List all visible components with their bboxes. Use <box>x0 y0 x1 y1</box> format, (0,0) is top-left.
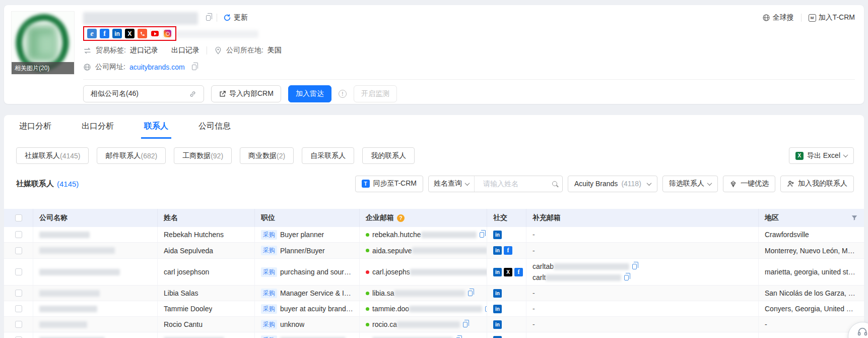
copy-icon[interactable] <box>468 291 473 296</box>
global-search-label: 全球搜 <box>773 13 794 22</box>
filter-contacts-dropdown[interactable]: 筛选联系人 <box>662 176 718 192</box>
redacted-text <box>409 306 482 312</box>
linkedin-icon[interactable]: in <box>112 29 122 38</box>
subtab-3[interactable]: 商业数据(2) <box>240 147 294 164</box>
email-prefix: libia.sa <box>372 289 394 297</box>
company-name-redacted-2 <box>175 30 258 38</box>
subtab-2[interactable]: 工商数据(92) <box>174 147 232 164</box>
filter-funnel-icon[interactable] <box>851 214 858 221</box>
chevron-down-icon <box>465 181 470 186</box>
subtab-1[interactable]: 邮件联系人(682) <box>97 147 166 164</box>
column-header-label: 公司名称 <box>39 213 68 222</box>
location-label: 公司所在地: <box>226 46 263 55</box>
row-checkbox[interactable] <box>15 321 22 328</box>
redacted-text <box>39 290 100 297</box>
tab-公司信息[interactable]: 公司信息 <box>195 115 234 139</box>
company-logo[interactable]: 相关图片(20) <box>11 11 75 75</box>
join-tcrm-label: 加入T-CRM <box>819 13 855 22</box>
add-to-my-contacts-button[interactable]: 加入我的联系人 <box>780 176 854 192</box>
position-text: Manager Service & Invent... <box>280 289 353 297</box>
global-search-icon <box>762 14 770 22</box>
email-status-dot <box>366 292 369 295</box>
row-checkbox[interactable] <box>15 268 22 275</box>
linkedin-icon[interactable]: in <box>493 320 502 329</box>
chevron-down-icon <box>707 181 712 186</box>
help-question-icon[interactable]: ? <box>397 214 405 222</box>
trade-tag-0[interactable]: 进口记录 <box>130 46 158 55</box>
cell-social: in <box>487 332 526 338</box>
procurement-tag: 采购 <box>261 267 277 277</box>
search-icon[interactable] <box>552 181 557 186</box>
export-excel-button[interactable]: X 导出 Excel <box>789 147 854 164</box>
contact-name: Rebekah Hutchens <box>164 231 224 239</box>
subtab-label: 邮件联系人 <box>105 151 141 160</box>
cell-position: 采购Manager Service & Invent... <box>255 286 360 301</box>
filter-contacts-label: 筛选联系人 <box>669 179 704 188</box>
trade-tag-1[interactable]: 出口记录 <box>171 46 199 55</box>
row-checkbox[interactable] <box>15 231 22 238</box>
start-monitor-button[interactable]: 开启监测 <box>354 85 397 102</box>
website-icon[interactable]: e <box>87 29 97 38</box>
tab-出口分析[interactable]: 出口分析 <box>79 115 117 139</box>
section-title-text: 社媒联系人 <box>16 179 54 189</box>
info-icon[interactable]: ! <box>339 90 347 98</box>
copy-icon[interactable] <box>624 275 629 280</box>
contact-name: Tammie Dooley <box>164 305 212 313</box>
email-status-dot <box>366 307 369 311</box>
logo-artwork <box>38 34 56 56</box>
facebook-icon[interactable]: f <box>100 29 109 38</box>
website-label: 公司网址: <box>95 63 125 72</box>
linkedin-icon[interactable]: in <box>493 246 502 255</box>
facebook-icon[interactable]: f <box>514 268 523 276</box>
copy-icon[interactable] <box>463 322 468 327</box>
x-icon[interactable]: X <box>504 268 512 276</box>
select-all-checkbox[interactable] <box>15 214 22 221</box>
related-images-label[interactable]: 相关图片(20) <box>12 62 74 74</box>
copy-icon[interactable] <box>632 264 637 269</box>
name-search-group: 姓名查询 <box>428 176 563 192</box>
email-status-dot <box>366 270 369 274</box>
sync-tcrm-button[interactable]: T 同步至T-CRM <box>355 176 423 192</box>
cell-company <box>33 259 158 285</box>
linkedin-icon[interactable]: in <box>493 305 502 313</box>
copy-website-icon[interactable] <box>192 65 196 70</box>
instagram-icon[interactable] <box>163 29 172 38</box>
tab-联系人[interactable]: 联系人 <box>141 115 171 139</box>
name-query-dropdown[interactable]: 姓名查询 <box>429 176 475 192</box>
redacted-text <box>554 263 629 270</box>
youtube-icon[interactable] <box>150 29 160 38</box>
join-tcrm-button[interactable]: M 加入T-CRM <box>809 13 855 22</box>
update-button[interactable]: 更新 <box>223 13 248 22</box>
subtab-4[interactable]: 自采联系人 <box>302 147 354 164</box>
row-checkbox[interactable] <box>15 247 22 254</box>
cell-social: in <box>487 286 526 301</box>
x-icon[interactable]: X <box>125 29 135 38</box>
copy-icon[interactable] <box>480 232 484 238</box>
similar-companies-button[interactable]: 相似公司名(46) <box>83 85 204 102</box>
subtab-0[interactable]: 社媒联系人(4145) <box>16 147 89 164</box>
redacted-text <box>39 269 120 275</box>
copy-company-name-icon[interactable] <box>206 15 211 21</box>
row-checkbox[interactable] <box>15 290 22 297</box>
email-prefix: carl.josephs <box>372 268 410 276</box>
linkedin-icon[interactable]: in <box>493 268 502 276</box>
add-radar-button[interactable]: 加入雷达 <box>288 85 331 102</box>
company-filter-select[interactable]: Acuity Brands (4118) <box>568 176 657 192</box>
one-click-select-button[interactable]: 一键优选 <box>723 176 775 192</box>
cell-extra-email: carltabcarlt <box>526 259 759 285</box>
column-header-label: 地区 <box>765 213 779 222</box>
tab-进口分析[interactable]: 进口分析 <box>16 115 54 139</box>
facebook-icon[interactable]: f <box>504 246 512 255</box>
linkedin-icon[interactable]: in <box>493 336 502 338</box>
position-text: Planner/Buyer <box>280 247 325 255</box>
phone-icon[interactable] <box>138 29 147 38</box>
extra-email-line: carltab <box>532 261 637 272</box>
linkedin-icon[interactable]: in <box>493 289 502 298</box>
import-crm-button[interactable]: 导入内部CRM <box>211 85 281 102</box>
global-search-button[interactable]: 全球搜 <box>762 13 794 22</box>
name-search-input[interactable] <box>478 180 549 188</box>
linkedin-icon[interactable]: in <box>493 231 502 239</box>
website-link[interactable]: acuitybrands.com <box>129 63 185 71</box>
row-checkbox[interactable] <box>15 305 22 312</box>
subtab-5[interactable]: 我的联系人 <box>362 147 415 164</box>
